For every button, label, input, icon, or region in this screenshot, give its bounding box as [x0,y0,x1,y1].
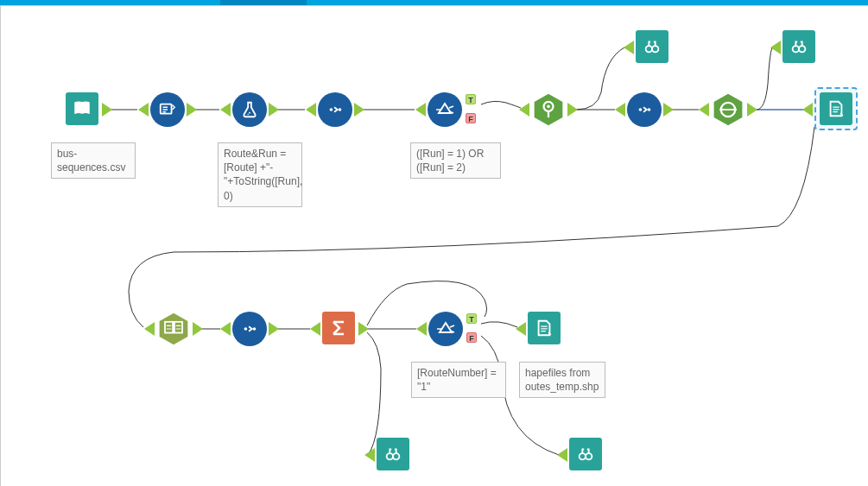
svg-point-22 [253,327,257,331]
create-points-tool[interactable] [531,92,566,127]
svg-point-23 [387,453,393,459]
output2-annotation: hapefiles from outes_temp.shp [519,362,605,398]
false-output-badge: F [466,113,476,123]
svg-point-10 [639,108,643,111]
output-data-tool-2[interactable] [528,312,561,344]
svg-point-11 [648,108,651,111]
select-icon [627,92,662,127]
binoculars-icon [569,438,602,470]
summarize-tool[interactable] [322,312,355,344]
select-icon [318,92,352,127]
svg-point-25 [580,453,586,459]
auto-field-tool[interactable] [150,92,185,127]
input-data-tool[interactable] [66,92,98,125]
input-data-annotation: bus-sequences.csv [51,142,136,179]
svg-point-9 [652,46,658,52]
select-tool-2[interactable] [627,92,662,127]
svg-point-1 [249,112,250,114]
true-output-badge: T [466,313,477,324]
filter1-annotation: ([Run] = 1) OR ([Run] = 2) [410,142,501,179]
pin-icon [531,92,566,127]
svg-point-21 [244,327,248,331]
poly-build-tool[interactable] [711,92,745,127]
book-icon [66,92,98,125]
wires [1,6,868,486]
formula-tool[interactable] [232,92,267,127]
binoculars-icon [636,30,668,63]
svg-point-2 [247,114,248,115]
binoculars-icon [782,30,815,63]
flask-icon [232,92,267,127]
svg-point-3 [330,108,333,111]
svg-point-24 [393,453,399,459]
sigma-icon [322,312,355,344]
spatial-match-tool[interactable] [156,312,191,346]
svg-point-4 [339,108,342,111]
poly-icon [711,92,745,127]
svg-point-8 [646,46,652,52]
binoculars-icon [377,438,409,470]
spatial-icon [156,312,191,346]
filter-tool-1[interactable]: T F [428,92,462,127]
svg-marker-5 [535,94,563,125]
svg-point-26 [586,453,592,459]
prism-icon [428,312,463,346]
select-tool-3[interactable] [232,312,267,346]
browse-tool-1[interactable] [636,30,668,63]
output-data-tool-1[interactable] [814,87,858,130]
workflow-canvas[interactable]: bus-sequences.csv Route&Run = [Route] +"… [0,5,868,486]
false-output-badge: F [466,332,477,343]
select-tool-1[interactable] [318,92,352,127]
auto-field-icon [150,92,185,127]
browse-tool-top-right[interactable] [782,30,815,63]
browse-tool-3[interactable] [569,438,602,470]
formula-annotation: Route&Run = [Route] +"-"+ToString([Run],… [218,142,302,207]
browse-tool-2[interactable] [377,438,409,470]
prism-icon [428,92,462,127]
document-icon [820,92,852,125]
document-icon [528,312,561,344]
svg-point-16 [793,46,799,52]
svg-point-7 [547,105,550,109]
filter-tool-2[interactable]: T F [428,312,463,346]
select-icon [232,312,267,346]
filter2-annotation: [RouteNumber] = "1" [411,362,506,398]
svg-point-17 [799,46,805,52]
true-output-badge: T [466,94,476,104]
